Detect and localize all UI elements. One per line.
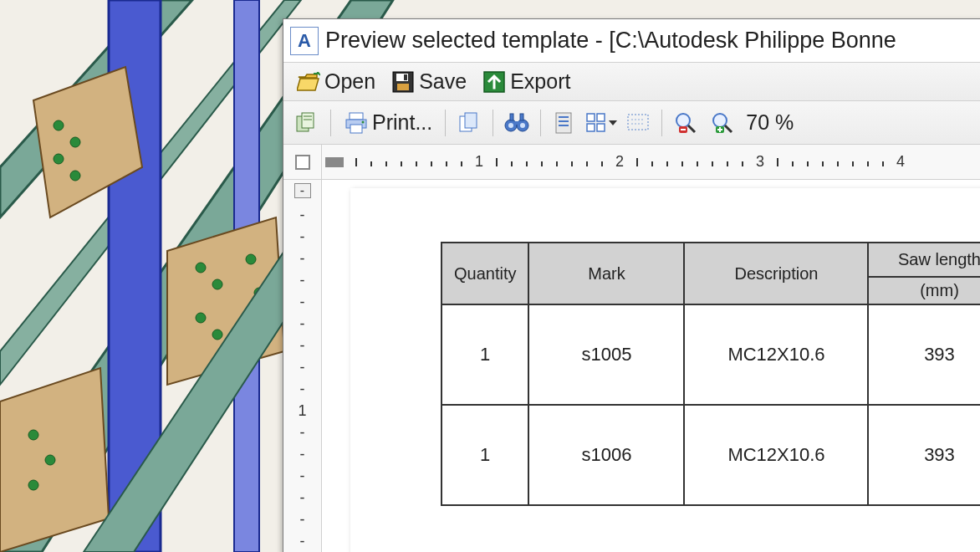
svg-rect-37 — [465, 113, 477, 128]
cell-mark: s1006 — [528, 405, 684, 505]
report-settings-button[interactable] — [621, 106, 655, 140]
svg-point-17 — [246, 254, 256, 264]
print-label: Print... — [372, 110, 432, 135]
binoculars-icon — [504, 110, 529, 135]
svg-point-43 — [508, 123, 513, 128]
svg-rect-41 — [520, 114, 523, 120]
editor-area: /* ticks rendered below via JS */ 1234 -… — [283, 145, 980, 552]
svg-point-19 — [28, 430, 38, 440]
sheet-scroll-area[interactable]: Quantity Mark Description Saw length (mm… — [322, 180, 980, 552]
th-saw-unit: (mm) — [868, 277, 980, 304]
svg-point-21 — [28, 480, 38, 490]
svg-rect-29 — [302, 113, 314, 128]
zoom-out-icon — [673, 110, 698, 135]
multipage-dropdown[interactable] — [584, 106, 618, 140]
th-description: Description — [684, 243, 868, 304]
svg-point-35 — [362, 120, 365, 123]
svg-point-12 — [70, 171, 80, 181]
save-button[interactable]: Save — [385, 67, 472, 97]
copy-icon — [457, 110, 482, 135]
svg-point-9 — [54, 120, 64, 130]
toolbar-view: Print... — [283, 101, 980, 145]
ruler-corner — [283, 145, 322, 180]
svg-point-15 — [196, 313, 206, 323]
svg-rect-34 — [350, 125, 362, 133]
find-button[interactable] — [500, 106, 533, 140]
document-button[interactable] — [548, 106, 581, 140]
svg-point-20 — [45, 455, 55, 465]
printer-icon — [344, 110, 369, 135]
report-page: Quantity Mark Description Saw length (mm… — [350, 188, 980, 552]
th-saw-length: Saw length — [868, 243, 980, 277]
dotted-page-icon — [625, 110, 651, 135]
svg-rect-40 — [510, 114, 513, 120]
svg-rect-50 — [597, 114, 605, 121]
sheets-icon — [294, 110, 319, 135]
grid-pages-icon — [585, 110, 607, 135]
svg-point-13 — [196, 263, 206, 273]
table-row: 1s1006MC12X10.6393 — [442, 405, 980, 505]
open-folder-icon — [296, 69, 321, 95]
collapse-button[interactable]: - — [294, 183, 311, 198]
svg-rect-32 — [350, 113, 363, 120]
cell-description: MC12X10.6 — [684, 405, 868, 505]
open-button[interactable]: Open — [290, 67, 381, 97]
document-icon — [552, 110, 577, 135]
svg-rect-49 — [587, 114, 595, 121]
svg-point-56 — [676, 114, 690, 127]
sheets-button[interactable] — [290, 106, 324, 140]
print-button[interactable]: Print... — [338, 108, 438, 138]
horizontal-ruler: /* ticks rendered below via JS */ 1234 — [322, 145, 980, 180]
app-icon: A — [290, 27, 319, 55]
cell-quantity: 1 — [442, 304, 528, 405]
cell-saw_length: 393 — [868, 405, 980, 505]
svg-line-57 — [688, 125, 695, 132]
svg-rect-53 — [628, 115, 648, 130]
zoom-in-icon — [710, 110, 735, 135]
bom-table: Quantity Mark Description Saw length (mm… — [441, 242, 980, 506]
vertical-ruler: - ---------1-------- — [283, 180, 322, 552]
cell-mark: s1005 — [528, 304, 684, 405]
cell-quantity: 1 — [442, 405, 528, 505]
svg-rect-26 — [404, 74, 407, 80]
svg-point-10 — [70, 137, 80, 147]
svg-rect-45 — [556, 113, 571, 133]
window-title: Preview selected template - [C:\Autodesk… — [325, 28, 896, 54]
svg-point-60 — [713, 114, 727, 127]
svg-rect-25 — [397, 84, 409, 90]
svg-point-44 — [520, 123, 525, 128]
floppy-disk-icon — [390, 69, 416, 95]
export-label: Export — [510, 69, 570, 94]
cell-saw_length: 393 — [868, 304, 980, 405]
titlebar: A Preview selected template - [C:\Autode… — [283, 19, 980, 63]
select-all-box[interactable] — [295, 155, 310, 170]
preview-dialog: A Preview selected template - [C:\Autode… — [283, 18, 980, 552]
open-label: Open — [324, 69, 375, 94]
save-label: Save — [419, 69, 467, 94]
cell-description: MC12X10.6 — [684, 304, 868, 405]
zoom-level: 70 % — [746, 110, 794, 135]
zoom-in-button[interactable] — [706, 106, 739, 140]
copy-button[interactable] — [452, 106, 486, 140]
th-mark: Mark — [528, 243, 684, 304]
chevron-down-icon — [609, 120, 617, 125]
svg-line-61 — [725, 125, 732, 132]
toolbar-file: Open Save Export — [283, 63, 980, 101]
svg-rect-52 — [597, 124, 605, 131]
svg-rect-51 — [587, 124, 595, 131]
table-row: 1s1005MC12X10.6393 — [442, 304, 980, 405]
svg-point-14 — [212, 279, 222, 289]
svg-rect-42 — [513, 121, 520, 125]
export-button[interactable]: Export — [476, 67, 576, 97]
svg-point-16 — [212, 330, 222, 340]
export-arrow-icon — [482, 69, 507, 95]
svg-point-11 — [54, 154, 64, 164]
zoom-out-button[interactable] — [669, 106, 702, 140]
th-quantity: Quantity — [442, 243, 528, 304]
